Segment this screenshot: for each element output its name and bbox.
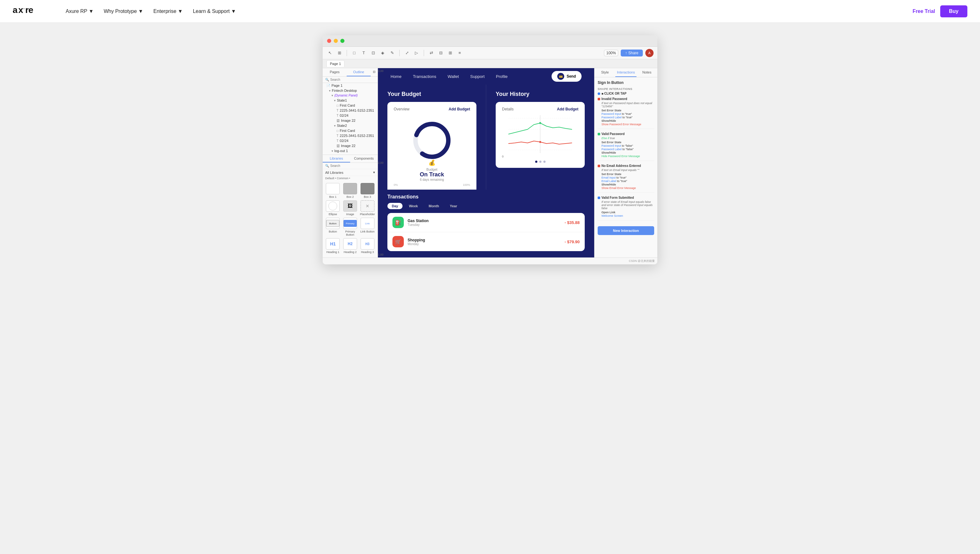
fintech-nav-home[interactable]: Home — [391, 74, 402, 79]
h-dot-2[interactable] — [539, 161, 541, 163]
interaction-welcome-screen: Welcome Screen — [598, 214, 654, 217]
tree-image-22-1[interactable]: 🖼 Image 22 — [322, 118, 378, 123]
close-button[interactable] — [327, 39, 331, 43]
fintech-nav-profile[interactable]: Profile — [496, 74, 508, 79]
lib-item-h1[interactable]: H1 Heading 1 — [325, 238, 341, 254]
lib-item-box3[interactable]: Box 3 — [360, 183, 375, 199]
h-dot-3[interactable] — [543, 161, 546, 163]
select-tool[interactable]: ↖ — [326, 49, 334, 56]
tab-year[interactable]: Year — [445, 203, 461, 209]
zoom-level[interactable]: 100% — [604, 50, 618, 56]
tree-logout[interactable]: ▾ log-out 1 — [322, 148, 378, 153]
transaction-item-1[interactable]: 🛒 Shopping Monday - $79.90 — [387, 232, 585, 251]
fintech-nav-transactions[interactable]: Transactions — [413, 74, 436, 79]
tree-first-card-1[interactable]: □ First Card — [322, 103, 378, 108]
zoom-fit-tool[interactable]: ⤢ — [404, 49, 410, 56]
lib-link-shape: Link — [365, 222, 370, 225]
tree-state1[interactable]: ▾ State1 — [322, 98, 378, 103]
canvas[interactable]: Home Transactions Wallet Support Profile… — [378, 68, 594, 258]
new-interaction-button[interactable]: New Interaction — [598, 226, 654, 235]
layout-tool[interactable]: ⊟ — [437, 49, 444, 56]
user-avatar[interactable]: A — [645, 49, 654, 57]
tree-page-icon: 📄 — [326, 84, 330, 88]
lib-filter-label[interactable]: All Libraries — [325, 171, 343, 175]
tree-first-card-2[interactable]: □ First Card — [322, 128, 378, 133]
tree-fintech-desktop[interactable]: ▾ Fintech Desktop — [322, 88, 378, 93]
interaction-condition-1: If text on Password Input does not equal… — [598, 102, 654, 108]
right-tab-notes[interactable]: Notes — [637, 68, 658, 77]
tree-card-number-2[interactable]: T 2225-3441-5152-2351 — [322, 133, 378, 138]
tree-page-1[interactable]: 📄 Page 1 — [322, 83, 378, 88]
tab-week[interactable]: Week — [404, 203, 423, 209]
donut-label: Budget — [420, 167, 444, 171]
component-tool[interactable]: ⊡ — [370, 49, 377, 56]
tree-card-number-1[interactable]: T 2225-3441-5152-2351 — [322, 108, 378, 113]
lib-item-h2[interactable]: H2 Heading 2 — [343, 238, 358, 254]
sidebar-tab-outline[interactable]: Outline — [347, 68, 371, 76]
lib-tab-components[interactable]: Components — [350, 155, 378, 162]
tree-state-icon: ▾ — [334, 99, 335, 102]
transaction-item-0[interactable]: ⛽ Gas Station Tuesday - $35.88 — [387, 213, 585, 232]
lib-item-box1[interactable]: Box 1 — [325, 183, 341, 199]
fintech-send-button[interactable]: 💳 Send — [552, 71, 581, 82]
buy-button[interactable]: Buy — [940, 5, 967, 18]
align-tool[interactable]: ≡ — [456, 49, 463, 56]
lib-item-image[interactable]: 🖼 Image — [343, 201, 358, 216]
lib-item-button[interactable]: Button Button — [325, 218, 341, 236]
lib-filter-chevron[interactable]: ▾ — [373, 170, 375, 175]
grid-tool[interactable]: ⊞ — [447, 49, 454, 56]
tree-date-1[interactable]: T 02/24 — [322, 113, 378, 118]
right-tab-interactions[interactable]: Interactions — [615, 68, 636, 77]
tree-image-22-2[interactable]: 🖼 Image 22 — [322, 143, 378, 148]
history-details-label: Details — [502, 107, 514, 111]
share-button[interactable]: ↑ Share — [621, 49, 643, 56]
maximize-button[interactable] — [340, 39, 345, 43]
preview-tool[interactable]: ▷ — [413, 49, 420, 56]
tab-month[interactable]: Month — [425, 203, 444, 209]
sidebar-filter-icon[interactable]: ⊟ — [371, 68, 378, 75]
lib-primary-shape: Primary — [343, 220, 357, 227]
sidebar-search-bar: 🔍 — [322, 76, 378, 83]
right-tab-style[interactable]: Style — [594, 68, 615, 77]
style-tool[interactable]: ◈ — [379, 49, 386, 56]
page-tab[interactable]: Page 1 — [326, 60, 345, 67]
tree-state2[interactable]: ▾ State2 — [322, 123, 378, 128]
lib-search-input[interactable] — [329, 164, 375, 167]
lib-item-primary-button[interactable]: Primary Primary Button — [343, 218, 358, 236]
rectangle-tool[interactable]: □ — [351, 49, 358, 56]
fintech-nav-wallet[interactable]: Wallet — [448, 74, 459, 79]
tree-date-2[interactable]: T 02/24 — [322, 138, 378, 143]
add-budget-button[interactable]: Add Budget — [449, 107, 470, 111]
fintech-nav-support[interactable]: Support — [470, 74, 485, 79]
tab-day[interactable]: Day — [387, 203, 402, 209]
minimize-button[interactable] — [334, 39, 338, 43]
lib-item-h3[interactable]: H3 Heading 3 — [360, 238, 375, 254]
else-if-text: Else if — [602, 137, 609, 140]
nav-why-prototype[interactable]: Why Prototype ▼ — [104, 8, 143, 14]
crop-tool[interactable]: ⊞ — [336, 49, 343, 56]
interaction-email-input-1: Email Input to "true" — [598, 176, 654, 179]
history-add-budget[interactable]: Add Budget — [557, 107, 578, 111]
link-tool[interactable]: ⇄ — [428, 49, 435, 56]
lib-item-ellipse[interactable]: Ellipse — [325, 201, 341, 216]
h-dot-1[interactable] — [535, 161, 537, 163]
budget-overview-label: Overview — [394, 107, 410, 111]
nav-axure-rp[interactable]: Axure RP ▼ — [65, 8, 93, 14]
lib-item-box2[interactable]: Box 2 — [343, 183, 358, 199]
lib-item-placeholder[interactable]: ✕ Placeholder — [360, 201, 375, 216]
lib-link-preview: Link — [361, 218, 374, 229]
tree-dynamic-panel[interactable]: ▾ (Dynamic Panel) — [322, 93, 378, 98]
transaction-name-0: Gas Station — [408, 219, 429, 223]
lib-tab-libraries[interactable]: Libraries — [322, 155, 350, 162]
sidebar-tab-pages[interactable]: Pages — [322, 68, 347, 76]
sidebar-search-input[interactable] — [329, 78, 375, 81]
nav-enterprise[interactable]: Enterprise ▼ — [153, 8, 183, 14]
interaction-hide-pw-error: Hide Password Error Message — [598, 154, 654, 158]
text-tool[interactable]: T — [360, 49, 367, 56]
nav-learn-support[interactable]: Learn & Support ▼ — [193, 8, 236, 14]
pen-tool[interactable]: ✎ — [389, 49, 396, 56]
free-trial-link[interactable]: Free Trial — [913, 8, 935, 14]
interaction-title-2: Valid Password — [598, 132, 654, 136]
lib-item-link-button[interactable]: Link Link Button — [360, 218, 375, 236]
logo[interactable]: a x · re — [13, 5, 51, 18]
